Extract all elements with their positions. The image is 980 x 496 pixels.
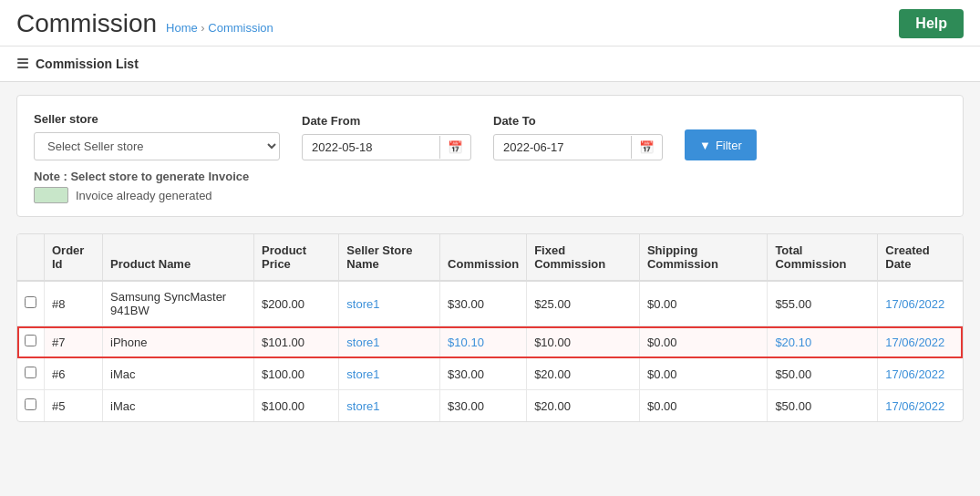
seller-store-cell: store1 xyxy=(339,281,440,326)
fixed-commission-cell: $20.00 xyxy=(527,390,640,422)
row-checkbox-cell xyxy=(17,281,45,326)
date-from-calendar-icon[interactable]: 📅 xyxy=(439,136,470,159)
product-price-cell: $200.00 xyxy=(254,281,339,326)
commission-table-wrap: Order Id Product Name Product Price Sell… xyxy=(16,233,964,422)
breadcrumb: Home › Commission xyxy=(166,21,273,35)
row-checkbox-cell xyxy=(17,358,45,390)
date-to-input[interactable] xyxy=(494,135,631,160)
fixed-commission-cell: $25.00 xyxy=(527,281,640,326)
note-row: Note : Select store to generate Invoice xyxy=(34,170,946,183)
commission-cell: $30.00 xyxy=(440,358,527,390)
row-checkbox[interactable] xyxy=(25,296,36,308)
created-date-cell: 17/06/2022 xyxy=(878,358,963,390)
seller-store-cell: store1 xyxy=(339,358,440,390)
help-button[interactable]: Help xyxy=(899,9,964,38)
row-checkbox[interactable] xyxy=(25,335,36,346)
order-id-cell: #5 xyxy=(45,390,103,422)
seller-store-cell: store1 xyxy=(339,326,440,358)
total-commission-cell: $50.00 xyxy=(768,358,878,390)
product-name-cell: iMac xyxy=(103,358,254,390)
col-seller-store-name: Seller Store Name xyxy=(339,234,440,281)
col-commission: Commission xyxy=(440,234,527,281)
row-checkbox[interactable] xyxy=(25,367,36,378)
page-title: Commission xyxy=(16,9,157,38)
product-price-cell: $101.00 xyxy=(254,326,339,358)
product-name-cell: iPhone xyxy=(103,326,254,358)
product-price-cell: $100.00 xyxy=(254,358,339,390)
shipping-commission-cell: $0.00 xyxy=(639,326,767,358)
total-commission-cell-link[interactable]: $20.10 xyxy=(775,336,811,349)
commission-cell-link[interactable]: $10.10 xyxy=(448,336,484,349)
created-date-cell: 17/06/2022 xyxy=(878,281,963,326)
commission-cell: $30.00 xyxy=(440,390,527,422)
invoice-legend-label: Invoice already generated xyxy=(76,189,212,202)
filter-card: Seller store Select Seller store Date Fr… xyxy=(16,95,964,217)
table-row: #6iMac$100.00store1$30.00$20.00$0.00$50.… xyxy=(17,358,963,390)
table-row: #8Samsung SyncMaster 941BW$200.00store1$… xyxy=(17,281,963,326)
shipping-commission-cell: $0.00 xyxy=(639,358,767,390)
seller-store-cell-link[interactable]: store1 xyxy=(346,367,379,381)
filter-button-label: Filter xyxy=(716,139,742,152)
date-to-group: Date To 📅 xyxy=(493,114,663,160)
breadcrumb-separator: › xyxy=(201,21,204,35)
commission-cell: $10.10 xyxy=(440,326,527,358)
commission-cell: $30.00 xyxy=(440,281,527,326)
total-commission-cell: $20.10 xyxy=(768,326,878,358)
date-from-wrap: 📅 xyxy=(302,134,471,160)
top-bar: Commission Home › Commission Help xyxy=(0,0,980,46)
col-fixed-commission: Fixed Commission xyxy=(527,234,640,281)
date-to-wrap: 📅 xyxy=(493,134,663,160)
date-to-calendar-icon[interactable]: 📅 xyxy=(631,136,662,159)
filter-button[interactable]: ▼ Filter xyxy=(685,129,757,160)
note-text: Note : Select store to generate Invoice xyxy=(34,170,249,183)
product-name-cell: iMac xyxy=(103,390,254,422)
created-date-cell: 17/06/2022 xyxy=(878,390,963,422)
seller-store-cell-link[interactable]: store1 xyxy=(346,336,379,349)
invoice-badge xyxy=(34,187,68,203)
fixed-commission-cell: $10.00 xyxy=(527,326,640,358)
filter-icon: ▼ xyxy=(699,139,711,152)
commission-table: Order Id Product Name Product Price Sell… xyxy=(17,234,963,421)
col-product-name: Product Name xyxy=(103,234,254,281)
col-product-price: Product Price xyxy=(254,234,339,281)
section-title: Commission List xyxy=(36,57,139,71)
row-checkbox[interactable] xyxy=(25,398,36,410)
breadcrumb-current[interactable]: Commission xyxy=(208,21,273,35)
main-content: Seller store Select Seller store Date Fr… xyxy=(0,82,980,435)
table-row: #7iPhone$101.00store1$10.10$10.00$0.00$2… xyxy=(17,326,963,358)
date-to-label: Date To xyxy=(493,114,663,128)
seller-store-select[interactable]: Select Seller store xyxy=(34,132,280,160)
total-commission-cell: $50.00 xyxy=(768,390,878,422)
shipping-commission-cell: $0.00 xyxy=(639,281,767,326)
product-price-cell: $100.00 xyxy=(254,390,339,422)
breadcrumb-home[interactable]: Home xyxy=(166,21,198,35)
seller-store-group: Seller store Select Seller store xyxy=(34,112,280,160)
shipping-commission-cell: $0.00 xyxy=(639,390,767,422)
table-header-row: Order Id Product Name Product Price Sell… xyxy=(17,234,963,281)
created-date-cell-link[interactable]: 17/06/2022 xyxy=(885,336,944,349)
filter-row: Seller store Select Seller store Date Fr… xyxy=(34,112,946,160)
fixed-commission-cell: $20.00 xyxy=(527,358,640,390)
col-total-commission: Total Commission xyxy=(768,234,878,281)
created-date-cell: 17/06/2022 xyxy=(878,326,963,358)
seller-store-cell: store1 xyxy=(339,390,440,422)
date-from-input[interactable] xyxy=(303,135,439,160)
seller-store-label: Seller store xyxy=(34,112,280,126)
top-bar-left: Commission Home › Commission xyxy=(16,9,273,38)
row-checkbox-cell xyxy=(17,390,45,422)
seller-store-cell-link[interactable]: store1 xyxy=(346,297,379,311)
created-date-cell-link[interactable]: 17/06/2022 xyxy=(885,297,944,311)
product-name-cell: Samsung SyncMaster 941BW xyxy=(103,281,254,326)
date-from-label: Date From xyxy=(302,114,471,128)
created-date-cell-link[interactable]: 17/06/2022 xyxy=(885,367,944,381)
col-shipping-commission: Shipping Commission xyxy=(639,234,767,281)
invoice-legend-row: Invoice already generated xyxy=(34,187,946,203)
col-checkbox xyxy=(17,234,45,281)
order-id-cell: #6 xyxy=(45,358,103,390)
section-header: ☰ Commission List xyxy=(0,46,980,82)
seller-store-cell-link[interactable]: store1 xyxy=(346,399,379,413)
created-date-cell-link[interactable]: 17/06/2022 xyxy=(885,399,944,413)
col-created-date: Created Date xyxy=(878,234,963,281)
table-row: #5iMac$100.00store1$30.00$20.00$0.00$50.… xyxy=(17,390,963,422)
date-from-group: Date From 📅 xyxy=(302,114,471,160)
